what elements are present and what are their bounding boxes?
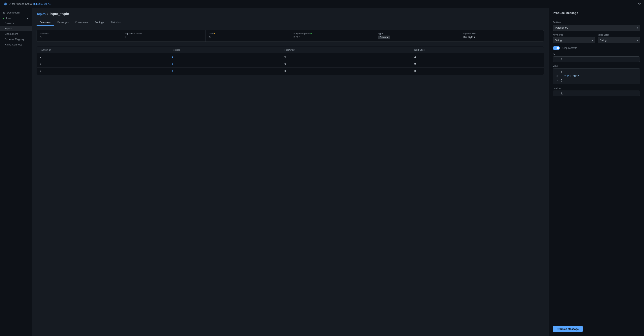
keep-contents-label: Keep contents [562, 47, 577, 49]
app-version: 83b5a60 v0.7.2 [34, 2, 51, 5]
key-serde-select-wrapper: String JSON Avro [553, 37, 595, 43]
stat-in-sync-replicas: In Sync Replicas 3 of 3 [290, 30, 375, 41]
produce-message-button[interactable]: Produce Message [553, 326, 583, 332]
sidebar: ⊞ Dashboard local ▲ Brokers Topics Consu… [0, 8, 32, 336]
cell-first-offset: 0 [281, 53, 411, 60]
cell-partition-id: 2 [37, 67, 169, 75]
stat-partitions-label: Partitions [40, 32, 118, 35]
cell-next-offset: 2 [411, 53, 544, 60]
tab-messages[interactable]: Messages [54, 19, 72, 26]
tab-statistics[interactable]: Statistics [107, 19, 124, 26]
breadcrumb: Topics / input_topic [36, 12, 544, 16]
cell-first-offset: 0 [281, 60, 411, 67]
partition-select[interactable]: Partition #0 Partition #1 Partition #2 [553, 25, 640, 31]
cluster-name: local [6, 17, 11, 20]
urp-dot-icon [214, 33, 215, 34]
value-group: Value 1 { 2 "id": "123" [553, 65, 640, 84]
key-serde-label: Key Serde [553, 33, 595, 36]
col-first-offset: First Offset [281, 47, 411, 53]
partitions-table: Partition ID Replicas First Offset Next … [36, 46, 544, 75]
key-serde-group: Key Serde String JSON Avro [553, 33, 595, 43]
sidebar-item-topics[interactable]: Topics [0, 26, 32, 31]
value-editor-content: 1 { 2 "id": "123" 3 } [553, 68, 640, 84]
key-serde-select[interactable]: String JSON Avro [553, 37, 595, 43]
table-row: 2 1 0 0 [37, 67, 544, 75]
stat-segment-value: 167 Bytes [462, 35, 540, 39]
gear-icon[interactable]: ⚙ [638, 2, 641, 6]
sidebar-item-dashboard[interactable]: ⊞ Dashboard [0, 9, 32, 16]
stat-replication-label: Replication Factor [124, 32, 202, 35]
replicas-link[interactable]: 1 [172, 69, 173, 72]
col-replicas: Replicas [168, 47, 281, 53]
value-serde-select[interactable]: String JSON Avro [598, 37, 640, 43]
value-line-1: 1 { [553, 70, 640, 74]
content-area: Topics / input_topic Overview Messages C… [32, 8, 644, 336]
value-line-num-3: 3 [553, 79, 559, 82]
sidebar-item-schema-registry[interactable]: Schema Registry [0, 36, 32, 42]
breadcrumb-topic-name: input_topic [50, 12, 69, 16]
value-serde-label: Value Serde [598, 33, 640, 36]
main-layout: ⊞ Dashboard local ▲ Brokers Topics Consu… [0, 8, 644, 336]
topbar-left: UI for Apache Kafka 83b5a60 v0.7.2 [3, 2, 51, 6]
value-line-content-2: "id": "123" [559, 74, 640, 78]
stat-partitions-value: 3 [40, 35, 118, 39]
value-line-3: 3 } [553, 78, 640, 83]
sidebar-item-consumers[interactable]: Consumers [0, 31, 32, 36]
value-field-label: Value [553, 65, 640, 67]
cell-replicas: 1 [168, 53, 281, 60]
tab-overview[interactable]: Overview [36, 19, 54, 26]
produce-message-body: Partition Partition #0 Partition #1 Part… [549, 18, 644, 324]
produce-message-title: Produce Message [549, 8, 644, 18]
sidebar-item-kafka-connect[interactable]: Kafka Connect [0, 42, 32, 47]
sidebar-item-brokers[interactable]: Brokers [0, 20, 32, 26]
stat-replication-value: 1 [124, 35, 202, 39]
table-row: 0 1 0 2 [37, 53, 544, 60]
keep-contents-row: Keep contents [553, 46, 640, 50]
cluster-dot-icon [3, 18, 4, 19]
cell-partition-id: 0 [37, 53, 169, 60]
cell-first-offset: 0 [281, 67, 411, 75]
stat-partitions: Partitions 3 [37, 30, 121, 41]
headers-editor[interactable]: 1 {} [553, 90, 640, 96]
partition-select-wrapper: Partition #0 Partition #1 Partition #2 [553, 25, 640, 31]
main-panel: Topics / input_topic Overview Messages C… [32, 8, 548, 336]
brokers-label: Brokers [5, 22, 14, 25]
value-string-token: "123" [572, 75, 580, 78]
headers-group: Headers 1 {} [553, 87, 640, 96]
key-field-label: Key [553, 53, 640, 55]
kafka-connect-label: Kafka Connect [5, 43, 22, 46]
consumers-label: Consumers [5, 32, 18, 35]
topics-label: Topics [5, 27, 12, 30]
headers-line-number: 1 [553, 91, 559, 96]
topbar: UI for Apache Kafka 83b5a60 v0.7.2 ⚙ [0, 0, 644, 8]
cell-next-offset: 0 [411, 67, 544, 75]
key-value: 1 [559, 57, 564, 62]
partition-group: Partition Partition #0 Partition #1 Part… [553, 21, 640, 31]
stat-segment-size: Segment Size 167 Bytes [459, 30, 544, 41]
sidebar-cluster-label: local [3, 17, 11, 20]
value-line-content-1: { [559, 70, 640, 74]
value-editor[interactable]: 1 { 2 "id": "123" 3 } [553, 68, 640, 84]
key-group: Key 1 1 [553, 53, 640, 62]
value-line-content-3: } [559, 79, 640, 82]
cell-partition-id: 1 [37, 60, 169, 67]
tabs: Overview Messages Consumers Settings Sta… [36, 19, 544, 26]
col-partition-id: Partition ID [37, 47, 169, 53]
value-line-2: 2 "id": "123" [553, 74, 640, 78]
cell-next-offset: 0 [411, 60, 544, 67]
serde-row: Key Serde String JSON Avro Value Serde [553, 33, 640, 43]
breadcrumb-topics-link[interactable]: Topics [36, 12, 46, 16]
replicas-link[interactable]: 1 [172, 55, 173, 58]
stat-type: Type External [375, 30, 459, 41]
keep-contents-toggle[interactable] [553, 46, 560, 50]
breadcrumb-separator: / [47, 12, 48, 16]
tab-settings[interactable]: Settings [92, 19, 107, 26]
replicas-link[interactable]: 1 [172, 62, 173, 65]
stat-replication-factor: Replication Factor 1 [121, 30, 206, 41]
tab-consumers[interactable]: Consumers [72, 19, 91, 26]
stat-segment-label: Segment Size [462, 32, 540, 35]
chevron-up-icon: ▲ [26, 17, 28, 19]
key-editor[interactable]: 1 1 [553, 56, 640, 62]
table-row: 1 1 0 0 [37, 60, 544, 67]
value-line-num-1: 1 [553, 70, 559, 73]
